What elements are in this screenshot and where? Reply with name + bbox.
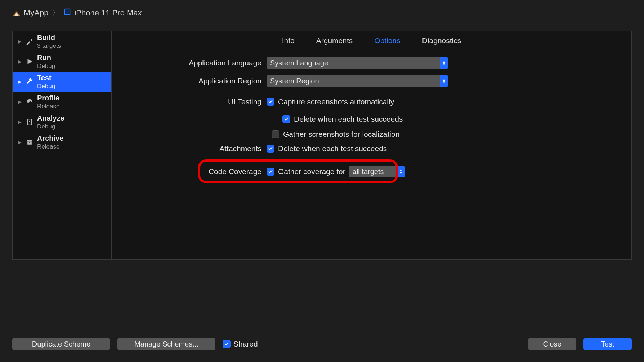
sidebar-item-sub: Debug bbox=[37, 123, 64, 130]
sidebar-item-build[interactable]: ▶ Build 3 targets bbox=[13, 31, 111, 51]
sidebar-item-title: Archive bbox=[37, 134, 63, 142]
tab-info[interactable]: Info bbox=[282, 36, 295, 45]
code-coverage-target-value: all targets bbox=[353, 168, 384, 176]
svg-point-3 bbox=[29, 121, 30, 122]
sidebar-item-title: Run bbox=[37, 54, 55, 62]
scheme-editor-footer: Duplicate Scheme Manage Schemes... Share… bbox=[12, 337, 632, 351]
row-ui-testing: UI Testing Capture screenshots automatic… bbox=[126, 95, 617, 108]
application-language-label: Application Language bbox=[126, 59, 267, 67]
duplicate-scheme-button[interactable]: Duplicate Scheme bbox=[12, 338, 110, 350]
disclosure-icon: ▶ bbox=[18, 99, 22, 105]
sidebar-item-archive[interactable]: ▶ Archive Release bbox=[13, 132, 111, 152]
sidebar-item-sub: 3 targets bbox=[37, 42, 61, 50]
code-coverage-gather-label: Gather coverage for bbox=[278, 167, 345, 176]
breadcrumb: MyApp 〉 iPhone 11 Pro Max bbox=[0, 0, 644, 26]
breadcrumb-device[interactable]: iPhone 11 Pro Max bbox=[74, 8, 142, 18]
row-application-region: Application Region System Region ▲▼ bbox=[126, 74, 617, 87]
disclosure-icon: ▶ bbox=[18, 79, 22, 85]
sidebar-item-sub: Debug bbox=[37, 63, 55, 70]
shared-label: Shared bbox=[233, 340, 258, 348]
gather-localization-checkbox[interactable] bbox=[272, 130, 279, 138]
tab-options[interactable]: Options bbox=[374, 36, 400, 45]
options-form: Application Language System Language ▲▼ … bbox=[112, 50, 631, 190]
application-region-popup[interactable]: System Region ▲▼ bbox=[267, 75, 448, 87]
gauge-icon bbox=[25, 97, 34, 107]
shared-group: Shared bbox=[223, 340, 258, 348]
scheme-action-sidebar: ▶ Build 3 targets ▶ Run Debug ▶ bbox=[13, 31, 112, 259]
wrench-icon bbox=[25, 77, 34, 86]
sidebar-item-sub: Release bbox=[37, 143, 63, 150]
attachments-delete-checkbox[interactable] bbox=[267, 145, 274, 153]
scheme-options-content: Info Arguments Options Diagnostics Appli… bbox=[112, 31, 631, 259]
capture-screenshots-label: Capture screenshots automatically bbox=[278, 98, 394, 106]
close-button[interactable]: Close bbox=[528, 338, 576, 350]
breadcrumb-scheme[interactable]: MyApp bbox=[24, 8, 48, 18]
popup-stepper-icon: ▲▼ bbox=[440, 75, 448, 87]
attachments-label: Attachments bbox=[126, 144, 267, 153]
scheme-editor-panel: ▶ Build 3 targets ▶ Run Debug ▶ bbox=[12, 31, 632, 260]
row-attachments: Attachments Delete when each test succee… bbox=[126, 142, 617, 155]
row-application-language: Application Language System Language ▲▼ bbox=[126, 56, 617, 69]
disclosure-icon: ▶ bbox=[18, 119, 22, 125]
sidebar-item-title: Test bbox=[37, 74, 55, 82]
test-button[interactable]: Test bbox=[583, 338, 632, 350]
archive-icon bbox=[25, 137, 34, 147]
svg-rect-2 bbox=[27, 119, 32, 125]
sidebar-item-title: Analyze bbox=[37, 114, 64, 122]
code-coverage-target-popup[interactable]: all targets ▲▼ bbox=[349, 166, 405, 177]
application-language-popup[interactable]: System Language ▲▼ bbox=[267, 57, 448, 69]
sidebar-item-profile[interactable]: ▶ Profile Release bbox=[13, 92, 111, 112]
sidebar-item-title: Profile bbox=[37, 94, 59, 102]
code-coverage-checkbox[interactable] bbox=[267, 168, 274, 176]
row-delete-when-succeeds: Delete when each test succeeds bbox=[282, 113, 617, 125]
disclosure-icon: ▶ bbox=[18, 39, 22, 44]
gather-localization-label: Gather screenshots for localization bbox=[283, 130, 399, 139]
tab-diagnostics[interactable]: Diagnostics bbox=[422, 36, 461, 45]
sidebar-item-sub: Release bbox=[37, 103, 59, 110]
disclosure-icon: ▶ bbox=[18, 139, 22, 145]
delete-on-success-label: Delete when each test succeeds bbox=[294, 115, 403, 123]
application-language-value: System Language bbox=[270, 59, 328, 67]
device-icon bbox=[63, 8, 71, 18]
svg-rect-1 bbox=[65, 9, 70, 14]
options-tabbar: Info Arguments Options Diagnostics bbox=[112, 31, 631, 50]
sidebar-item-sub: Debug bbox=[37, 83, 55, 90]
manage-schemes-button[interactable]: Manage Schemes... bbox=[117, 338, 215, 350]
sidebar-item-analyze[interactable]: ▶ Analyze Debug bbox=[13, 112, 111, 132]
attachments-delete-label: Delete when each test succeeds bbox=[278, 144, 387, 153]
analyze-icon bbox=[25, 117, 34, 127]
application-region-label: Application Region bbox=[126, 77, 267, 85]
popup-stepper-icon: ▲▼ bbox=[397, 166, 405, 177]
code-coverage-label: Code Coverage bbox=[126, 167, 267, 176]
scheme-icon bbox=[12, 10, 21, 16]
sidebar-item-test[interactable]: ▶ Test Debug bbox=[13, 72, 111, 92]
tab-arguments[interactable]: Arguments bbox=[316, 36, 353, 45]
play-icon bbox=[25, 57, 34, 66]
row-code-coverage: Code Coverage Gather coverage for all ta… bbox=[126, 165, 617, 178]
sidebar-item-title: Build bbox=[37, 33, 61, 42]
hammer-icon bbox=[25, 37, 34, 46]
popup-stepper-icon: ▲▼ bbox=[440, 57, 448, 69]
sidebar-item-run[interactable]: ▶ Run Debug bbox=[13, 51, 111, 72]
delete-on-success-checkbox[interactable] bbox=[282, 115, 290, 123]
application-region-value: System Region bbox=[270, 77, 319, 85]
row-gather-localization: Gather screenshots for localization bbox=[272, 128, 617, 140]
disclosure-icon: ▶ bbox=[18, 59, 22, 64]
capture-screenshots-checkbox[interactable] bbox=[267, 98, 274, 106]
chevron-right-icon: 〉 bbox=[52, 8, 60, 18]
shared-checkbox[interactable] bbox=[223, 340, 231, 348]
ui-testing-label: UI Testing bbox=[126, 98, 267, 106]
